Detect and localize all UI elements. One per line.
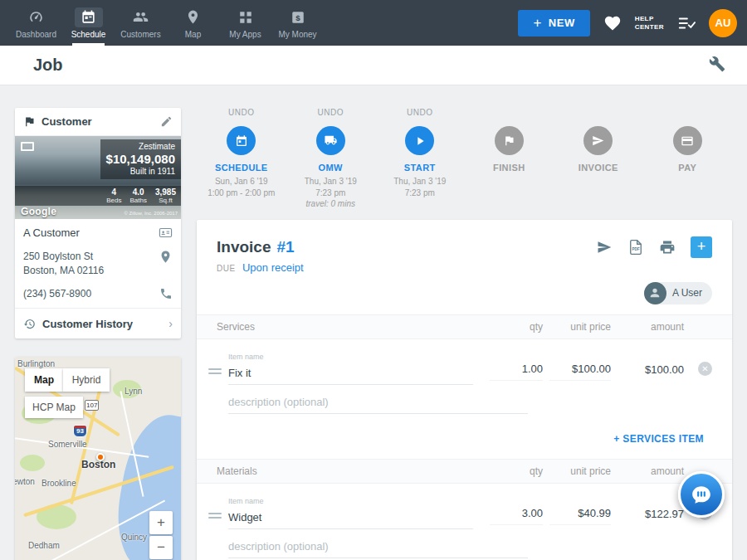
materials-section-label: Materials bbox=[217, 465, 257, 477]
start-step-button[interactable] bbox=[405, 126, 434, 155]
add-invoice-item-button[interactable]: + bbox=[691, 236, 712, 258]
materials-columns: qty unit price amount bbox=[483, 465, 712, 477]
flag-icon bbox=[23, 115, 36, 128]
invoice-step-button[interactable] bbox=[583, 126, 613, 155]
invoice-number-link[interactable]: #1 bbox=[276, 238, 294, 256]
undo-omw-link[interactable]: UNDO bbox=[286, 108, 376, 120]
stat-sqft: 3,985 Sq.ft bbox=[155, 187, 176, 204]
schedule-icon bbox=[75, 7, 103, 27]
chevron-right-icon: › bbox=[168, 317, 173, 330]
dashboard-icon bbox=[22, 7, 51, 27]
nav-item-my-money[interactable]: $ My Money bbox=[271, 0, 324, 46]
material-description-row bbox=[197, 529, 732, 560]
service-unit-price-input[interactable] bbox=[549, 358, 611, 381]
zoom-out-button[interactable]: − bbox=[149, 536, 173, 559]
step-travel-line: travel: 0 mins bbox=[286, 198, 376, 210]
step-label: START bbox=[375, 163, 465, 173]
service-name-input[interactable] bbox=[228, 363, 473, 385]
property-stats: 4 Beds 4.0 Baths 3,985 Sq.ft bbox=[15, 186, 181, 206]
location-pin-icon[interactable] bbox=[159, 250, 173, 264]
step-label: INVOICE bbox=[554, 163, 643, 173]
service-description-input[interactable] bbox=[228, 392, 528, 414]
nav-item-dashboard[interactable]: Dashboard bbox=[10, 0, 62, 46]
finish-step-button[interactable] bbox=[495, 126, 524, 155]
step-schedule: UNDO SCHEDULE Sun, Jan 6 '19 1:00 pm - 2… bbox=[197, 108, 286, 210]
step-invoice: INVOICE bbox=[554, 108, 643, 210]
customer-card-title: Customer bbox=[42, 115, 92, 128]
sqft-label: Sq.ft bbox=[155, 197, 176, 204]
invoice-card: Invoice #1 PDF + bbox=[197, 220, 732, 560]
health-heart-icon[interactable] bbox=[603, 14, 622, 32]
plus-icon: + bbox=[533, 16, 541, 30]
map-pin-icon bbox=[179, 7, 208, 27]
undo-start-link[interactable]: UNDO bbox=[375, 108, 465, 120]
address-line1: 250 Boylston St bbox=[23, 251, 93, 262]
credit-card-icon bbox=[681, 134, 694, 148]
customer-history-row[interactable]: Customer History › bbox=[15, 308, 181, 338]
service-qty-input[interactable] bbox=[490, 358, 543, 381]
nav-item-map[interactable]: Map bbox=[167, 0, 219, 46]
omw-step-button[interactable] bbox=[316, 126, 345, 155]
delete-service-item[interactable]: ✕ bbox=[684, 362, 712, 376]
add-service-row: + SERVICES ITEM bbox=[197, 419, 732, 459]
map-label-dedham: Dedham bbox=[28, 541, 60, 550]
add-services-item-link[interactable]: + SERVICES ITEM bbox=[613, 433, 704, 445]
edit-customer-icon[interactable] bbox=[160, 115, 173, 128]
hcp-map-button[interactable]: HCP Map bbox=[25, 397, 83, 418]
job-tools-icon[interactable] bbox=[709, 56, 725, 75]
address-line2: Boston, MA 02116 bbox=[23, 265, 104, 276]
assigned-user-chip[interactable]: A User bbox=[644, 282, 712, 304]
nav-item-schedule[interactable]: Schedule bbox=[62, 0, 115, 46]
due-label: DUE bbox=[217, 264, 236, 273]
assigned-user-row: A User bbox=[197, 282, 732, 314]
top-nav: Dashboard Schedule Customers Map bbox=[0, 0, 747, 46]
step-date-line: 7:23 pm bbox=[286, 187, 376, 199]
drag-handle[interactable] bbox=[208, 366, 222, 377]
pdf-icon[interactable]: PDF bbox=[627, 239, 644, 256]
schedule-step-button[interactable] bbox=[227, 126, 256, 155]
customer-name-row: A Customer bbox=[15, 219, 181, 248]
route-107-shield: 107 bbox=[85, 400, 99, 411]
contact-card-icon[interactable] bbox=[159, 226, 173, 240]
undo-schedule-link[interactable]: UNDO bbox=[197, 108, 286, 120]
services-columns: qty unit price amount bbox=[483, 321, 712, 333]
step-label: OMW bbox=[286, 163, 376, 173]
job-location-marker[interactable] bbox=[96, 453, 105, 461]
sqft-value: 3,985 bbox=[155, 187, 176, 197]
help-center-link[interactable]: HELP CENTER bbox=[635, 15, 664, 32]
nav-item-customers[interactable]: Customers bbox=[115, 0, 167, 46]
chat-launcher-button[interactable] bbox=[678, 471, 725, 518]
new-button[interactable]: + NEW bbox=[518, 10, 589, 37]
stat-beds: 4 Beds bbox=[106, 187, 121, 204]
material-name-input[interactable] bbox=[228, 507, 473, 529]
phone-icon[interactable] bbox=[159, 287, 173, 300]
nav-item-my-apps[interactable]: My Apps bbox=[219, 0, 271, 46]
send-invoice-icon[interactable] bbox=[596, 239, 613, 256]
drag-handle[interactable] bbox=[208, 510, 222, 521]
unit-price-column-header: unit price bbox=[543, 321, 611, 333]
map-park bbox=[20, 455, 45, 471]
step-dates: Thu, Jan 3 '19 7:23 pm bbox=[375, 176, 465, 198]
customer-name: A Customer bbox=[23, 226, 80, 241]
material-description-input[interactable] bbox=[228, 536, 528, 558]
step-date-line: Sun, Jan 6 '19 bbox=[197, 176, 286, 187]
nav-label: My Money bbox=[278, 30, 316, 39]
map-label-newton: Newton bbox=[15, 477, 35, 486]
map-type-hybrid-button[interactable]: Hybrid bbox=[63, 368, 110, 392]
assigned-user-name: A User bbox=[672, 287, 702, 299]
due-terms-link[interactable]: Upon receipt bbox=[242, 261, 304, 274]
undo-slot-empty bbox=[643, 108, 733, 120]
pay-step-button[interactable] bbox=[673, 126, 702, 155]
map-type-map-button[interactable]: Map bbox=[25, 368, 63, 392]
material-unit-price-input[interactable] bbox=[549, 503, 611, 525]
tasks-icon[interactable] bbox=[677, 14, 696, 32]
user-avatar[interactable]: AU bbox=[709, 9, 737, 37]
nav-label: My Apps bbox=[229, 30, 261, 39]
property-photo[interactable]: Zestimate $10,149,080 Built in 1911 4 Be… bbox=[15, 136, 181, 219]
print-icon[interactable] bbox=[659, 239, 676, 256]
help-center-line1: HELP bbox=[635, 15, 654, 22]
zoom-in-button[interactable]: + bbox=[149, 511, 173, 534]
nav-right: + NEW HELP CENTER AU bbox=[518, 9, 737, 37]
material-qty-input[interactable] bbox=[490, 503, 543, 525]
map-label-lynn: Lynn bbox=[124, 387, 142, 396]
